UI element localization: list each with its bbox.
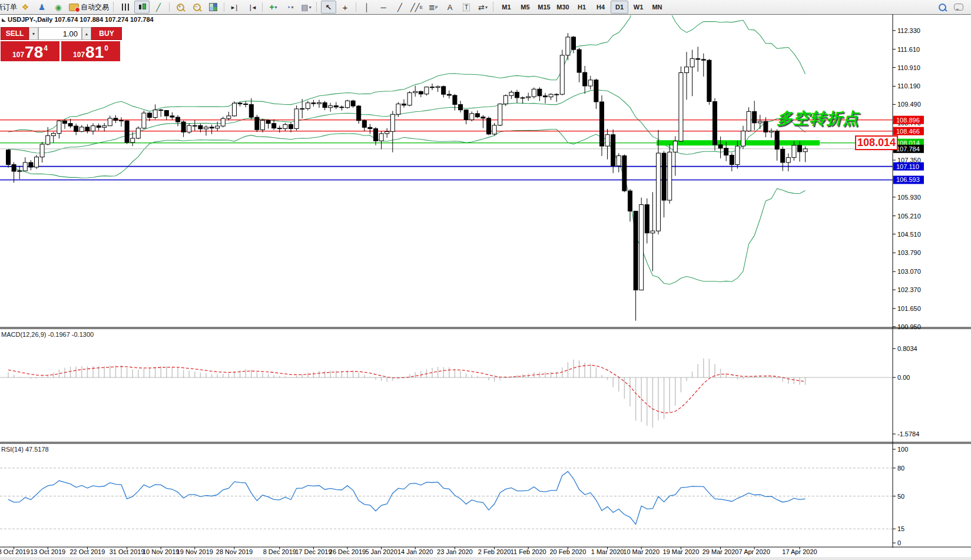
text-label-button[interactable]: T xyxy=(459,1,474,14)
cursor-button[interactable]: ↖ xyxy=(321,1,336,14)
timeframe-button-MN[interactable]: MN xyxy=(648,1,666,14)
svg-text:11 Feb 2020: 11 Feb 2020 xyxy=(511,548,546,555)
svg-text:29 Mar 2020: 29 Mar 2020 xyxy=(702,548,739,555)
indicators-button[interactable]: +▾ xyxy=(266,1,281,14)
timeframe-button-M5[interactable]: M5 xyxy=(516,1,534,14)
volume-input[interactable]: 1.00 xyxy=(38,27,82,40)
fibonacci-button[interactable]: ≣F xyxy=(426,1,441,14)
svg-text:8 Dec 2019: 8 Dec 2019 xyxy=(263,548,296,555)
periods-button[interactable]: ◔▾ xyxy=(282,1,297,14)
sell-button[interactable]: SELL xyxy=(1,27,29,40)
chart-title: USDJPY-,Daily 107.674 107.884 107.274 10… xyxy=(8,16,154,23)
svg-text:107.784: 107.784 xyxy=(896,145,920,153)
buy-price[interactable]: 107 81 0 xyxy=(61,41,120,61)
sell-price[interactable]: 107 78 4 xyxy=(1,41,59,61)
crosshair-icon: + xyxy=(343,2,348,12)
volume-increase-button[interactable]: ▲ xyxy=(82,27,91,40)
tile-windows-icon xyxy=(209,3,217,11)
arrows-button[interactable]: ⇄▾ xyxy=(475,1,491,14)
clock-icon: ◔ xyxy=(286,3,291,12)
timeframe-button-M15[interactable]: M15 xyxy=(535,1,553,14)
svg-text:19 Mar 2020: 19 Mar 2020 xyxy=(663,548,700,555)
svg-text:0.00: 0.00 xyxy=(897,374,910,381)
zoom-out-button[interactable]: − xyxy=(189,1,204,14)
turning-point-annotation[interactable]: 多空转折点 xyxy=(756,108,859,129)
one-click-trading-panel: SELL ▼ 1.00 ▲ BUY 107 78 4 107 81 0 xyxy=(1,27,122,61)
svg-text:23 Jan 2020: 23 Jan 2020 xyxy=(437,548,473,555)
svg-text:50: 50 xyxy=(897,493,904,500)
timeframe-button-M30[interactable]: M30 xyxy=(554,1,572,14)
template-icon: ▤ xyxy=(301,3,308,12)
community-icon[interactable]: ♟ xyxy=(34,1,49,14)
channel-button[interactable]: ╱╱E xyxy=(409,1,425,14)
chat-button[interactable] xyxy=(951,1,966,14)
svg-text:110.190: 110.190 xyxy=(897,82,920,90)
auto-trading-button[interactable]: 自动交易 xyxy=(67,1,111,14)
macd-label: MACD(12,26,9) -0.1967 -0.1300 xyxy=(1,331,94,338)
zoom-in-icon: + xyxy=(177,4,184,11)
svg-text:110.910: 110.910 xyxy=(897,64,920,71)
auto-scroll-button[interactable]: ▸❘ xyxy=(227,1,243,14)
gold-icon[interactable]: ❖ xyxy=(18,1,33,14)
search-icon xyxy=(939,4,946,11)
timeframe-button-W1[interactable]: W1 xyxy=(629,1,647,14)
candlestick-chart-button[interactable] xyxy=(134,1,150,14)
price-level-annotation[interactable]: 108.014 xyxy=(855,135,898,150)
svg-text:31 Oct 2019: 31 Oct 2019 xyxy=(110,548,145,555)
toolbar-separator xyxy=(356,2,356,12)
toolbar-separator xyxy=(169,2,170,12)
new-order-button[interactable]: 新订单 xyxy=(0,2,17,12)
templates-button[interactable]: ▤▾ xyxy=(299,1,314,14)
svg-text:7 Apr 2020: 7 Apr 2020 xyxy=(739,548,770,555)
svg-text:101.650: 101.650 xyxy=(897,305,921,312)
tile-windows-button[interactable] xyxy=(206,1,221,14)
svg-text:109.490: 109.490 xyxy=(897,101,921,108)
search-button[interactable] xyxy=(934,1,950,14)
svg-text:28 Nov 2019: 28 Nov 2019 xyxy=(216,548,253,555)
trendline-icon: ╱ xyxy=(397,3,402,12)
chart-shift-button[interactable]: ❘◂ xyxy=(244,1,259,14)
svg-text:3 Oct 2019: 3 Oct 2019 xyxy=(0,548,30,555)
svg-text:0.8034: 0.8034 xyxy=(897,345,917,352)
timeframe-button-D1[interactable]: D1 xyxy=(611,1,628,14)
line-chart-button[interactable]: ╱ xyxy=(151,1,166,14)
chart-canvas[interactable]: 112.330111.610110.910110.190109.490108.7… xyxy=(0,14,971,560)
svg-text:102.370: 102.370 xyxy=(897,286,921,293)
arrows-icon: ⇄ xyxy=(478,3,485,12)
text-button[interactable]: A xyxy=(442,1,458,14)
svg-text:108.896: 108.896 xyxy=(896,117,920,124)
svg-text:108.466: 108.466 xyxy=(896,128,920,135)
vertical-line-icon: │ xyxy=(364,3,369,12)
toolbar-grip xyxy=(113,2,115,12)
svg-text:5 Jan 2020: 5 Jan 2020 xyxy=(365,548,397,555)
svg-text:80: 80 xyxy=(897,465,904,472)
crosshair-button[interactable]: + xyxy=(337,1,353,14)
zoom-out-icon: − xyxy=(193,4,201,11)
svg-text:106.593: 106.593 xyxy=(896,176,920,183)
zoom-in-button[interactable]: + xyxy=(173,1,188,14)
chat-icon xyxy=(954,4,963,11)
svg-text:2 Feb 2020: 2 Feb 2020 xyxy=(478,548,511,555)
timeframe-button-H4[interactable]: H4 xyxy=(592,1,609,14)
svg-text:19 Nov 2019: 19 Nov 2019 xyxy=(177,548,213,555)
horizontal-line-button[interactable]: ─ xyxy=(376,1,391,14)
toolbar-grip xyxy=(493,2,495,12)
svg-text:104.510: 104.510 xyxy=(897,231,921,238)
bar-chart-button[interactable] xyxy=(118,1,133,14)
buy-button[interactable]: BUY xyxy=(91,27,122,40)
trendline-button[interactable]: ╱ xyxy=(392,1,407,14)
svg-text:-1.5784: -1.5784 xyxy=(897,430,919,438)
indicators-icon: + xyxy=(269,2,274,12)
volume-decrease-button[interactable]: ▼ xyxy=(29,27,38,40)
timeframe-buttons: M1M5M15M30H1H4D1W1MN xyxy=(497,1,667,14)
toolbar-grip xyxy=(316,2,319,12)
cursor-icon: ↖ xyxy=(326,3,332,12)
timeframe-button-M1[interactable]: M1 xyxy=(498,1,515,14)
toolbar-separator xyxy=(262,2,263,12)
ohlc-values: 107.674 107.884 107.274 107.784 xyxy=(54,16,153,23)
svg-text:105.210: 105.210 xyxy=(897,213,921,220)
timeframe-button-H1[interactable]: H1 xyxy=(573,1,591,14)
signals-icon[interactable]: ◉ xyxy=(51,1,66,14)
svg-text:17 Apr 2020: 17 Apr 2020 xyxy=(782,548,817,555)
vertical-line-button[interactable]: │ xyxy=(359,1,375,14)
